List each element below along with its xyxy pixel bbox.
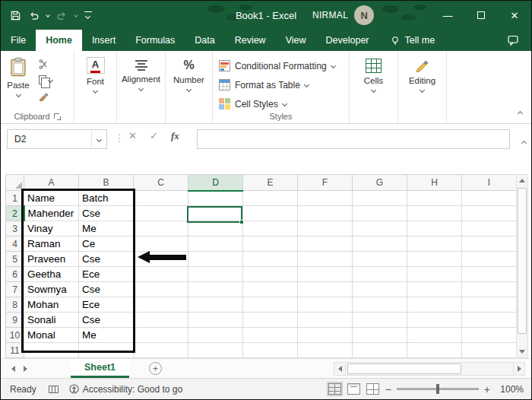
horizontal-scroll-thumb[interactable] <box>347 363 461 374</box>
column-header-C[interactable]: C <box>134 175 188 191</box>
scroll-down-icon[interactable] <box>517 346 527 357</box>
cell-C2[interactable] <box>134 206 188 221</box>
cell-G2[interactable] <box>353 206 407 221</box>
cell-H3[interactable] <box>407 221 462 237</box>
tab-view[interactable]: View <box>276 30 316 51</box>
cut-button[interactable] <box>39 59 52 69</box>
cell-A2[interactable]: Mahender <box>24 206 79 221</box>
cell-D7[interactable] <box>188 282 243 297</box>
cell-D3[interactable] <box>188 221 243 237</box>
cell-A6[interactable]: Geetha <box>24 267 79 282</box>
cell-I3[interactable] <box>462 221 517 237</box>
tab-review[interactable]: Review <box>225 30 276 51</box>
cell-I6[interactable] <box>462 267 517 282</box>
zoom-slider-thumb[interactable] <box>436 384 439 394</box>
cell-H7[interactable] <box>407 282 462 297</box>
maximize-button[interactable] <box>464 1 498 30</box>
macro-record-icon[interactable] <box>49 386 59 393</box>
format-painter-button[interactable] <box>39 90 52 101</box>
cell-B5[interactable]: Cse <box>79 252 134 267</box>
cell-styles-button[interactable]: Cell Styles <box>219 95 349 113</box>
cell-B9[interactable]: Cse <box>79 313 134 328</box>
cell-F8[interactable] <box>298 297 353 313</box>
cell-G5[interactable] <box>353 252 407 267</box>
zoom-percentage[interactable]: 100% <box>496 384 524 395</box>
tab-formulas[interactable]: Formulas <box>125 30 185 51</box>
cell-H9[interactable] <box>407 313 462 328</box>
cell-E6[interactable] <box>243 267 298 282</box>
avatar[interactable]: N <box>354 5 374 25</box>
cell-C9[interactable] <box>134 313 188 328</box>
tab-home[interactable]: Home <box>36 30 82 51</box>
cell-C1[interactable] <box>134 191 188 206</box>
close-button[interactable]: ✕ <box>498 1 531 30</box>
cell-A7[interactable]: Sowmya <box>24 282 79 297</box>
row-header-6[interactable]: 6 <box>6 267 24 282</box>
conditional-formatting-button[interactable]: Conditional Formatting <box>219 57 349 75</box>
cell-B8[interactable]: Ece <box>79 297 134 313</box>
cell-G6[interactable] <box>353 267 407 282</box>
cell-G9[interactable] <box>353 313 407 328</box>
tell-me-box[interactable]: Tell me <box>390 30 435 51</box>
cell-B2[interactable]: Cse <box>79 206 134 221</box>
zoom-slider[interactable] <box>397 388 479 390</box>
scroll-up-icon[interactable] <box>517 175 527 186</box>
cell-E8[interactable] <box>243 297 298 313</box>
cell-E5[interactable] <box>243 252 298 267</box>
cell-D10[interactable] <box>188 328 243 343</box>
horizontal-scroll-track[interactable] <box>346 362 513 376</box>
cell-I4[interactable] <box>462 237 517 252</box>
cell-B7[interactable]: Cse <box>79 282 134 297</box>
tab-developer[interactable]: Developer <box>316 30 379 51</box>
next-sheet-icon[interactable] <box>19 366 31 372</box>
format-as-table-button[interactable]: Format as Table <box>219 76 349 94</box>
row-header-8[interactable]: 8 <box>6 297 24 313</box>
cell-E1[interactable] <box>243 191 298 206</box>
cell-H5[interactable] <box>407 252 462 267</box>
cell-B4[interactable]: Ce <box>79 237 134 252</box>
active-cell-selection[interactable] <box>187 206 242 223</box>
cell-I11[interactable] <box>462 343 517 358</box>
cell-D5[interactable] <box>188 252 243 267</box>
column-header-F[interactable]: F <box>298 175 353 191</box>
cell-E2[interactable] <box>243 206 298 221</box>
zoom-in-button[interactable]: + <box>484 383 490 395</box>
scroll-left-icon[interactable] <box>334 362 346 376</box>
cell-G1[interactable] <box>353 191 407 206</box>
cell-C3[interactable] <box>134 221 188 237</box>
column-header-B[interactable]: B <box>79 175 134 191</box>
editing-button[interactable]: Editing <box>398 51 446 92</box>
cell-G11[interactable] <box>353 343 407 358</box>
previous-sheet-icon[interactable] <box>7 366 19 372</box>
cell-D4[interactable] <box>188 237 243 252</box>
clipboard-dialog-launcher-icon[interactable] <box>54 113 61 120</box>
cell-E7[interactable] <box>243 282 298 297</box>
column-header-A[interactable]: A <box>24 175 79 191</box>
cell-B1[interactable]: Batch <box>79 191 134 206</box>
cell-D6[interactable] <box>188 267 243 282</box>
cell-H10[interactable] <box>407 328 462 343</box>
cell-D11[interactable] <box>188 343 243 358</box>
column-header-H[interactable]: H <box>407 175 462 191</box>
cell-C10[interactable] <box>134 328 188 343</box>
cell-I2[interactable] <box>462 206 517 221</box>
page-layout-view-button[interactable] <box>347 383 360 395</box>
insert-function-button[interactable]: fx <box>171 130 179 142</box>
enter-entry-button[interactable]: ✓ <box>150 130 158 141</box>
cell-D1[interactable] <box>188 191 243 206</box>
cell-H1[interactable] <box>407 191 462 206</box>
minimize-button[interactable]: — <box>431 1 464 30</box>
cell-F10[interactable] <box>298 328 353 343</box>
cell-C8[interactable] <box>134 297 188 313</box>
cell-G10[interactable] <box>353 328 407 343</box>
column-header-E[interactable]: E <box>243 175 298 191</box>
tab-data[interactable]: Data <box>185 30 224 51</box>
cell-B6[interactable]: Ece <box>79 267 134 282</box>
row-header-5[interactable]: 5 <box>6 252 24 267</box>
cell-D8[interactable] <box>188 297 243 313</box>
cell-H2[interactable] <box>407 206 462 221</box>
cell-F4[interactable] <box>298 237 353 252</box>
cell-C7[interactable] <box>134 282 188 297</box>
cell-F2[interactable] <box>298 206 353 221</box>
cell-F9[interactable] <box>298 313 353 328</box>
